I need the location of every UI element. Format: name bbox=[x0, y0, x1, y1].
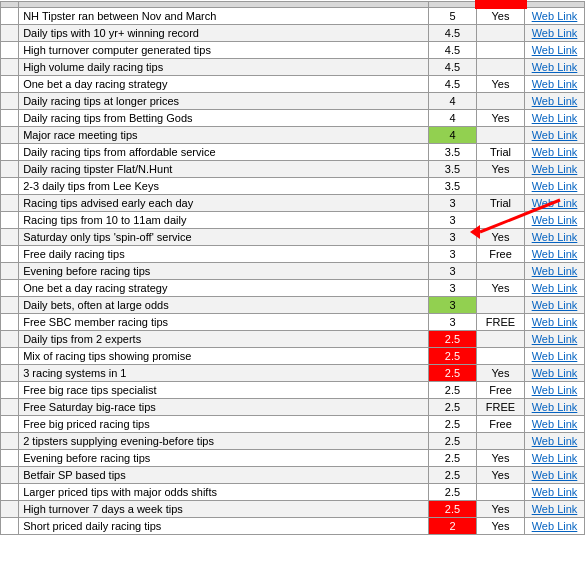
web-link[interactable]: Web Link bbox=[532, 231, 578, 243]
key-facts-cell[interactable]: Web Link bbox=[525, 280, 585, 297]
key-facts-cell[interactable]: Web Link bbox=[525, 93, 585, 110]
web-link[interactable]: Web Link bbox=[532, 197, 578, 209]
web-link[interactable]: Web Link bbox=[532, 78, 578, 90]
table-row: Free daily racing tips3FreeWeb Link bbox=[1, 246, 585, 263]
table-row: 2 tipsters supplying evening-before tips… bbox=[1, 433, 585, 450]
key-facts-cell[interactable]: Web Link bbox=[525, 110, 585, 127]
key-facts-cell[interactable]: Web Link bbox=[525, 161, 585, 178]
web-link[interactable]: Web Link bbox=[532, 146, 578, 158]
web-link[interactable]: Web Link bbox=[532, 282, 578, 294]
service-name-cell bbox=[1, 246, 19, 263]
key-facts-cell[interactable]: Web Link bbox=[525, 178, 585, 195]
web-link[interactable]: Web Link bbox=[532, 367, 578, 379]
key-facts-cell[interactable]: Web Link bbox=[525, 450, 585, 467]
service-name-cell bbox=[1, 7, 19, 25]
key-facts-cell[interactable]: Web Link bbox=[525, 246, 585, 263]
key-facts-cell[interactable]: Web Link bbox=[525, 59, 585, 76]
key-facts-cell[interactable]: Web Link bbox=[525, 416, 585, 433]
web-link[interactable]: Web Link bbox=[532, 27, 578, 39]
service-name-cell bbox=[1, 161, 19, 178]
web-link[interactable]: Web Link bbox=[532, 350, 578, 362]
web-link[interactable]: Web Link bbox=[532, 180, 578, 192]
web-link[interactable]: Web Link bbox=[532, 384, 578, 396]
key-facts-cell[interactable]: Web Link bbox=[525, 212, 585, 229]
rating-cell: 2.5 bbox=[429, 399, 477, 416]
web-link[interactable]: Web Link bbox=[532, 452, 578, 464]
saving-cell: Yes bbox=[477, 280, 525, 297]
rating-cell: 3 bbox=[429, 297, 477, 314]
web-link[interactable]: Web Link bbox=[532, 299, 578, 311]
web-link[interactable]: Web Link bbox=[532, 435, 578, 447]
key-facts-cell[interactable]: Web Link bbox=[525, 76, 585, 93]
rating-cell: 2.5 bbox=[429, 382, 477, 399]
saving-cell: Yes bbox=[477, 467, 525, 484]
key-facts-cell[interactable]: Web Link bbox=[525, 484, 585, 501]
key-facts-cell[interactable]: Web Link bbox=[525, 382, 585, 399]
service-name-cell bbox=[1, 331, 19, 348]
web-link[interactable]: Web Link bbox=[532, 95, 578, 107]
description-cell: NH Tipster ran between Nov and March bbox=[19, 7, 429, 25]
service-name-cell bbox=[1, 263, 19, 280]
key-facts-cell[interactable]: Web Link bbox=[525, 518, 585, 535]
table-row: Daily tips with 10 yr+ winning record4.5… bbox=[1, 25, 585, 42]
table-row: Mix of racing tips showing promise2.5Web… bbox=[1, 348, 585, 365]
table-row: Major race meeting tips4Web Link bbox=[1, 127, 585, 144]
web-link[interactable]: Web Link bbox=[532, 486, 578, 498]
web-link[interactable]: Web Link bbox=[532, 44, 578, 56]
key-facts-cell[interactable]: Web Link bbox=[525, 314, 585, 331]
key-facts-cell[interactable]: Web Link bbox=[525, 399, 585, 416]
table-row: NH Tipster ran between Nov and March5Yes… bbox=[1, 7, 585, 25]
web-link[interactable]: Web Link bbox=[532, 112, 578, 124]
key-facts-cell[interactable]: Web Link bbox=[525, 42, 585, 59]
key-facts-cell[interactable]: Web Link bbox=[525, 144, 585, 161]
key-facts-cell[interactable]: Web Link bbox=[525, 501, 585, 518]
key-facts-cell[interactable]: Web Link bbox=[525, 195, 585, 212]
rating-cell: 3 bbox=[429, 280, 477, 297]
saving-cell: Yes bbox=[477, 365, 525, 382]
description-cell: Free big race tips specialist bbox=[19, 382, 429, 399]
web-link[interactable]: Web Link bbox=[532, 316, 578, 328]
table-row: Betfair SP based tips2.5YesWeb Link bbox=[1, 467, 585, 484]
rating-cell: 4 bbox=[429, 110, 477, 127]
web-link[interactable]: Web Link bbox=[532, 401, 578, 413]
rating-cell: 2.5 bbox=[429, 365, 477, 382]
web-link[interactable]: Web Link bbox=[532, 469, 578, 481]
key-facts-cell[interactable]: Web Link bbox=[525, 7, 585, 25]
key-facts-cell[interactable]: Web Link bbox=[525, 331, 585, 348]
key-facts-cell[interactable]: Web Link bbox=[525, 127, 585, 144]
key-facts-cell[interactable]: Web Link bbox=[525, 348, 585, 365]
service-name-cell bbox=[1, 399, 19, 416]
key-facts-cell[interactable]: Web Link bbox=[525, 263, 585, 280]
saving-cell: FREE bbox=[477, 314, 525, 331]
saving-cell bbox=[477, 331, 525, 348]
description-cell: Daily tips with 10 yr+ winning record bbox=[19, 25, 429, 42]
key-facts-cell[interactable]: Web Link bbox=[525, 433, 585, 450]
web-link[interactable]: Web Link bbox=[532, 129, 578, 141]
web-link[interactable]: Web Link bbox=[532, 265, 578, 277]
web-link[interactable]: Web Link bbox=[532, 418, 578, 430]
rating-cell: 4.5 bbox=[429, 25, 477, 42]
description-cell: One bet a day racing strategy bbox=[19, 76, 429, 93]
saving-cell: Yes bbox=[477, 450, 525, 467]
table-row: Saturday only tips 'spin-off' service3Ye… bbox=[1, 229, 585, 246]
saving-cell bbox=[477, 127, 525, 144]
key-facts-cell[interactable]: Web Link bbox=[525, 25, 585, 42]
table-row: Daily tips from 2 experts2.5Web Link bbox=[1, 331, 585, 348]
description-cell: Evening before racing tips bbox=[19, 450, 429, 467]
web-link[interactable]: Web Link bbox=[532, 248, 578, 260]
web-link[interactable]: Web Link bbox=[532, 10, 578, 22]
web-link[interactable]: Web Link bbox=[532, 214, 578, 226]
key-facts-cell[interactable]: Web Link bbox=[525, 229, 585, 246]
key-facts-cell[interactable]: Web Link bbox=[525, 297, 585, 314]
table-row: Daily racing tips from Betting Gods4YesW… bbox=[1, 110, 585, 127]
web-link[interactable]: Web Link bbox=[532, 61, 578, 73]
table-row: Free big priced racing tips2.5FreeWeb Li… bbox=[1, 416, 585, 433]
web-link[interactable]: Web Link bbox=[532, 503, 578, 515]
web-link[interactable]: Web Link bbox=[532, 333, 578, 345]
key-facts-cell[interactable]: Web Link bbox=[525, 365, 585, 382]
web-link[interactable]: Web Link bbox=[532, 163, 578, 175]
table-row: High volume daily racing tips4.5Web Link bbox=[1, 59, 585, 76]
web-link[interactable]: Web Link bbox=[532, 520, 578, 532]
key-facts-cell[interactable]: Web Link bbox=[525, 467, 585, 484]
service-name-cell bbox=[1, 433, 19, 450]
